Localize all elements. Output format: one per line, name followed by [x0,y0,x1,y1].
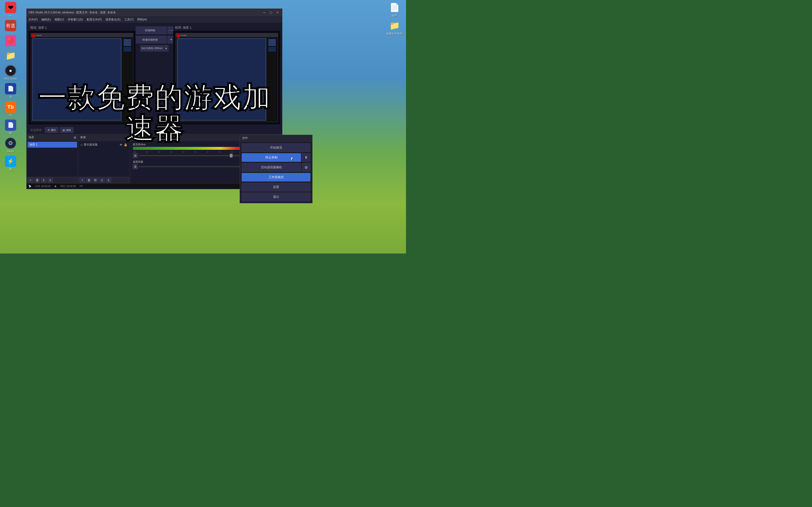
icon-youdao[interactable]: 有道 [1,20,20,32]
obs-program-pane: 程序: 场景 1 OBS Studio [173,25,280,124]
menu-tools[interactable]: 工具(T) [124,17,134,21]
scenes-toolbar: + 🗑 ∧ ∨ [27,177,78,183]
mini-obs-bar: OBS Studio [31,33,133,37]
scene-up-button[interactable]: ∧ [41,178,46,183]
cp-label: CP [80,185,83,187]
source-down-button[interactable]: ∨ [106,178,111,183]
scene-item-1[interactable]: 场景 1 [28,142,77,148]
start-stream-button[interactable]: 开始推流 [242,144,310,152]
exit-button[interactable]: 退出 [242,193,310,201]
live-status: 📡 [29,185,31,187]
scene-add-button[interactable]: + [28,178,33,183]
no-source-label: 未选择源 [29,127,44,133]
virtual-cam-gear-button[interactable]: ⚙ [302,163,310,172]
source-eye-icon[interactable]: 👁 [119,143,122,147]
obs-titlebar: OBS Studio 28.0.3 (64-bit, windows) - 配置… [27,9,282,16]
menu-dock[interactable]: 停靠窗口(D) [68,17,83,21]
rec-time: REC: 00:00:00 [60,185,76,187]
source-lock-icon[interactable]: 🔒 [124,143,128,147]
controls-label: 控件 [242,136,248,140]
pause-record-button[interactable]: ⏸ [302,153,310,162]
icon-new-folder[interactable]: 📁 新建文件夹(6) [385,20,404,35]
controls-panel-body: 开始推流 停止录制 ⏸ 启动虚拟摄像机 ⚙ 工作室模式 设置 退出 [240,142,312,203]
scene-down-button[interactable]: ∨ [48,178,53,183]
obs-preview-label: 预览: 场景 1 [29,25,136,31]
obs-close-button[interactable]: ✕ [275,10,280,15]
source-type-icon: □ [81,143,82,147]
obs-controls-panel: 控件 开始推流 停止录制 ⏸ 启动虚拟摄像机 ⚙ 工作室模式 设置 退出 [240,135,312,203]
icon-misc2[interactable]: 📄 Mi [1,119,20,135]
stop-record-button[interactable]: 停止录制 [242,153,301,162]
mini-obs-content [31,37,133,122]
obs-transition-panel: 转场特效 ⋯ 快速转场特效 + 淡出为黑色 (300ms) ▼ [136,25,173,124]
menu-file[interactable]: 文件(F) [29,17,38,21]
desktop-icons-right: 📄 软件 📁 新建文件夹(6) [384,0,405,37]
mic-settings-button[interactable]: ⚙ [133,153,138,158]
obs-maximize-button[interactable]: □ [268,10,274,15]
sources-panel-icon: ⊞ [125,136,128,139]
controls-panel-header: 控件 [240,135,312,142]
stop-record-row: 停止录制 ⏸ [242,153,310,162]
transition-row: 转场特效 ⋯ [134,26,175,34]
menu-edit[interactable]: 编辑(E) [41,17,51,21]
live-time: LIVE: 00:00:00 [35,185,51,187]
obs-preview-pane: 预览: 场景 1 OBS Studio [29,25,136,124]
rec-icon: ⏺ [54,185,57,187]
scene-remove-button[interactable]: 🗑 [35,178,40,183]
transition-dropdown[interactable]: 淡出为黑色 (300ms) ▼ [140,45,168,51]
sources-toolbar: + 🗑 ⚙ ∧ ∨ [78,177,130,183]
virtual-cam-button[interactable]: 启动虚拟摄像机 [242,163,301,172]
source-remove-button[interactable]: 🗑 [86,178,91,183]
source-add-button[interactable]: + [80,178,85,183]
menu-scene-collection[interactable]: 场景集合(S) [105,17,120,21]
obs-window-controls: ─ □ ✕ [261,10,280,15]
icon-pink[interactable]: 🔴 [1,35,20,47]
obs-program-label: 程序: 场景 1 [173,25,280,31]
icon-software[interactable]: 📄 软件 [385,2,404,17]
sources-panel-header: 来源 ⊞ [78,134,130,141]
icon-steam[interactable]: ⚙ Steam [1,137,20,153]
mic-channel-name: 麦克风/Aux [133,143,146,146]
obs-preview-content: OBS Studio [29,31,136,124]
scenes-panel-body: 场景 1 [27,141,78,177]
obs-menubar: 文件(F) 编辑(E) 视图(V) 停靠窗口(D) 配置文件(P) 场景集合(S… [27,16,282,23]
studio-mode-button[interactable]: 工作室模式 [242,173,310,181]
gear-small-icon: ⚙ [47,129,50,132]
transition-effect-button[interactable]: 转场特效 [134,26,166,34]
quick-transition-row: 快速转场特效 + [134,36,175,44]
source-filter-buttons: 未选择源 ⚙ 属性 ▧ 滤镜 [27,126,282,134]
attributes-button[interactable]: ⚙ 属性 [45,127,58,133]
mic-fader-thumb[interactable] [230,154,233,158]
source-item-display[interactable]: □ 显示器采集 👁 🔒 [79,142,129,148]
icon-nn[interactable]: ❤ nn [1,2,20,17]
menu-profile[interactable]: 配置文件(P) [87,17,102,21]
sources-panel-body: □ 显示器采集 👁 🔒 [78,141,130,177]
filter-button[interactable]: ▧ 滤镜 [60,127,73,133]
obs-minimize-button[interactable]: ─ [261,10,267,15]
sources-panel: 来源 ⊞ □ 显示器采集 👁 🔒 + 🗑 ⚙ ∧ ∨ [78,134,130,183]
source-up-button[interactable]: ∧ [99,178,105,183]
desktop-icons-left: ❤ nn 有道 🔴 📁 ● OBS Studio 📄 进 Tb Tb 📄 Mi … [0,0,21,173]
source-settings-button[interactable]: ⚙ [93,178,98,183]
icon-jisu[interactable]: ⚡ 极 [1,156,20,171]
scenes-panel-header: 场景 ⊞ [27,134,78,141]
obs-preview-area: 预览: 场景 1 OBS Studio [27,23,282,126]
menu-view[interactable]: 视图(V) [54,17,64,21]
virtual-cam-row: 启动虚拟摄像机 ⚙ [242,163,310,172]
filter-icon: ▧ [62,129,65,132]
scenes-label: 场景 [29,135,34,139]
quick-transition-button[interactable]: 快速转场特效 [134,36,166,44]
scenes-panel: 场景 ⊞ 场景 1 + 🗑 ∧ ∨ [27,134,78,183]
icon-folder-top[interactable]: 📁 [1,50,20,62]
obs-preview-thumbnail: OBS Studio [31,33,133,122]
desktop-channel-name: 桌面音频 [133,160,143,164]
obs-program-content: OBS Studio [173,31,280,124]
obs-title: OBS Studio 28.0.3 (64-bit, windows) - 配置… [29,10,116,14]
mic-meter-fill [133,147,243,150]
desktop-settings-button[interactable]: ⚙ [133,164,138,169]
settings-button[interactable]: 设置 [242,183,310,191]
menu-help[interactable]: 帮助(H) [137,17,147,21]
icon-tb[interactable]: Tb Tb [1,101,20,117]
icon-misc1[interactable]: 📄 进 [1,83,20,98]
icon-obs[interactable]: ● OBS Studio [1,65,20,80]
